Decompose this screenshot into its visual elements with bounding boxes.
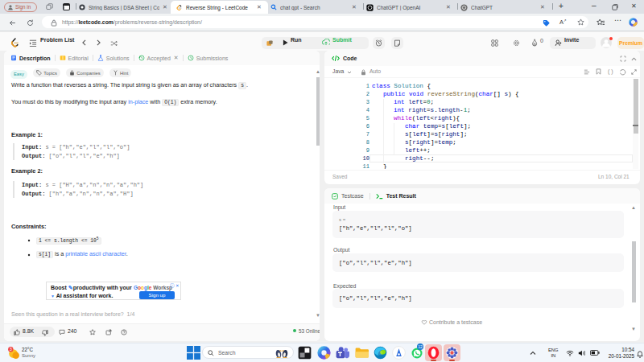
svg-text:3: 3 — [10, 347, 12, 352]
